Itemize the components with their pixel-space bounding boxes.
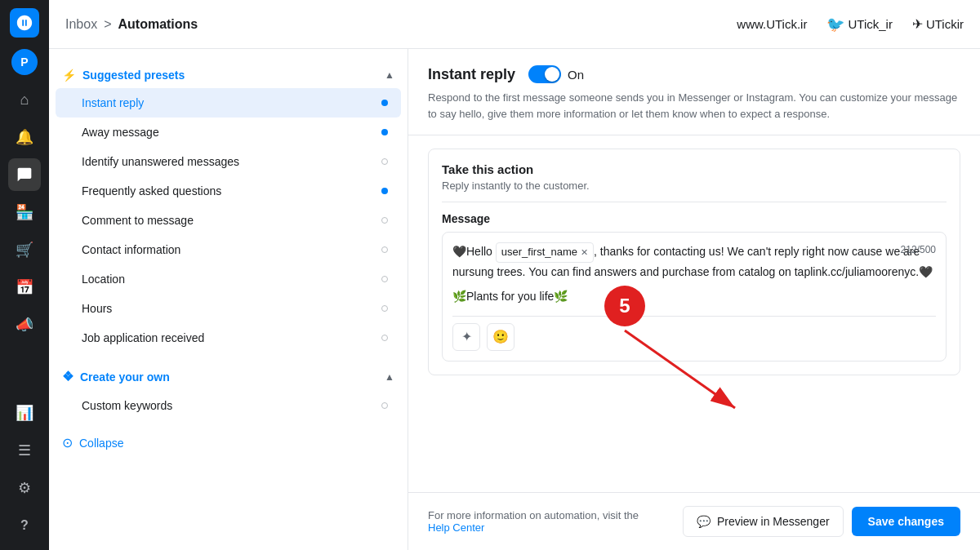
ir-description: Respond to the first message someone sen… xyxy=(428,90,960,122)
section2-title: ❖ Create your own xyxy=(62,369,170,384)
breadcrumb-inbox[interactable]: Inbox xyxy=(65,17,97,32)
create-your-own-section: ❖ Create your own ▲ Custom keywords xyxy=(49,362,408,420)
sparkle-action-button[interactable]: ✦ xyxy=(452,323,480,351)
home-icon[interactable]: ⌂ xyxy=(8,83,41,116)
sidebar-item-label: Job application received xyxy=(82,331,204,344)
sidebar-item-location[interactable]: Location xyxy=(56,264,401,294)
empty-dot xyxy=(381,246,388,253)
active-dot xyxy=(381,129,388,135)
active-dot xyxy=(381,188,388,194)
telegram-icon: ✈ xyxy=(912,16,923,32)
user-tag: user_first_name ✕ xyxy=(496,242,594,263)
panel-footer: For more information on automation, visi… xyxy=(408,492,980,550)
empty-dot xyxy=(381,217,388,224)
lightning-icon: ⚡ xyxy=(62,69,76,82)
chat-icon[interactable] xyxy=(8,158,41,191)
action-title: Take this action xyxy=(442,162,947,176)
twitter-link: 🐦 UTick_ir xyxy=(826,16,892,33)
help-center-link[interactable]: Help Center xyxy=(428,521,484,534)
main-wrapper: Inbox > Automations www.UTick.ir 🐦 UTick… xyxy=(49,0,980,550)
panel-inner: Instant reply On Respond to the first me… xyxy=(408,49,980,550)
sidebar-item-label: Identify unanswered messages xyxy=(82,155,239,168)
save-changes-button[interactable]: Save changes xyxy=(852,507,960,536)
action-block: Take this action Reply instantly to the … xyxy=(428,149,960,375)
breadcrumb: Inbox > Automations xyxy=(65,17,198,32)
main-panel: Instant reply On Respond to the first me… xyxy=(408,49,980,550)
preview-button[interactable]: 💬 Preview in Messenger xyxy=(683,506,844,537)
top-bar: Inbox > Automations www.UTick.ir 🐦 UTick… xyxy=(49,0,980,49)
sidebar-item-label: Away message xyxy=(82,126,159,139)
sidebar-item-contact-info[interactable]: Contact information xyxy=(56,235,401,264)
ir-title: Instant reply xyxy=(428,66,515,83)
sidebar-item-label: Instant reply xyxy=(82,96,144,109)
bell-icon[interactable]: 🔔 xyxy=(8,121,41,153)
footer-text: For more information on automation, visi… xyxy=(428,509,639,534)
message-box[interactable]: 212/500 🖤Hello user_first_name ✕ , thank… xyxy=(442,232,947,361)
question-icon[interactable]: ? xyxy=(8,509,41,542)
message-label: Message xyxy=(442,212,947,225)
sidebar-item-label: Custom keywords xyxy=(82,399,172,412)
website-link: www.UTick.ir xyxy=(737,17,807,31)
empty-dot xyxy=(381,335,388,341)
suggested-presets-section[interactable]: ⚡ Suggested presets ▲ xyxy=(49,62,408,88)
user-tag-close-icon[interactable]: ✕ xyxy=(581,246,588,260)
menu-icon[interactable]: ☰ xyxy=(8,434,41,467)
message-text: 🖤Hello user_first_name ✕ , thanks for co… xyxy=(452,242,936,281)
avatar[interactable]: P xyxy=(11,49,38,75)
message-actions: ✦ 🙂 xyxy=(452,316,936,351)
collapse-label: Collapse xyxy=(79,437,123,450)
create-your-own-header[interactable]: ❖ Create your own ▲ xyxy=(49,362,408,391)
messenger-icon: 💬 xyxy=(697,515,710,528)
icon-bar: P ⌂ 🔔 🏪 🛒 📅 📣 📊 ☰ ⚙ ? xyxy=(0,0,49,550)
char-count: 212/500 xyxy=(901,242,936,258)
section1-title: ⚡ Suggested presets xyxy=(62,69,185,82)
chart-icon[interactable]: 📊 xyxy=(8,397,41,429)
meta-logo xyxy=(10,8,39,38)
top-bar-links: www.UTick.ir 🐦 UTick_ir ✈ UTickir xyxy=(737,16,964,33)
calendar-icon[interactable]: 📅 xyxy=(8,271,41,304)
action-subtitle: Reply instantly to the customer. xyxy=(442,180,947,202)
sidebar-item-faq[interactable]: Frequently asked questions xyxy=(56,176,401,206)
bag-icon[interactable]: 🛒 xyxy=(8,233,41,266)
sidebar-item-label: Location xyxy=(82,273,125,286)
toggle-label: On xyxy=(568,68,584,82)
diamond-icon: ❖ xyxy=(62,369,74,384)
sidebar-item-hours[interactable]: Hours xyxy=(56,294,401,323)
preview-button-label: Preview in Messenger xyxy=(717,515,830,528)
collapse-icon: ⊙ xyxy=(62,435,73,450)
telegram-link: ✈ UTickir xyxy=(912,16,964,32)
sidebar: ⚡ Suggested presets ▲ Instant reply Away… xyxy=(49,49,408,550)
empty-dot xyxy=(381,158,388,165)
on-off-toggle[interactable] xyxy=(528,65,561,83)
gear-icon[interactable]: ⚙ xyxy=(8,472,41,504)
sidebar-item-instant-reply[interactable]: Instant reply xyxy=(56,88,401,118)
shop-icon[interactable]: 🏪 xyxy=(8,196,41,228)
spacer xyxy=(408,388,980,492)
empty-dot xyxy=(381,276,388,282)
collapse-button[interactable]: ⊙ Collapse xyxy=(49,427,408,459)
toggle-knob xyxy=(545,67,559,82)
content-area: ⚡ Suggested presets ▲ Instant reply Away… xyxy=(49,49,980,550)
instant-reply-header: Instant reply On Respond to the first me… xyxy=(408,49,980,135)
message-prefix: 🖤Hello xyxy=(452,245,496,258)
sidebar-item-label: Contact information xyxy=(82,243,180,256)
sidebar-item-custom-keywords[interactable]: Custom keywords xyxy=(56,391,401,420)
active-dot xyxy=(381,100,388,106)
sidebar-item-away-message[interactable]: Away message xyxy=(56,118,401,147)
breadcrumb-sep: > xyxy=(104,17,111,32)
message-emoji-line: 🌿Plants for you life🌿 xyxy=(452,287,936,305)
empty-dot xyxy=(381,305,388,312)
footer-buttons: 💬 Preview in Messenger Save changes xyxy=(683,506,960,537)
megaphone-icon[interactable]: 📣 xyxy=(8,308,41,341)
sidebar-item-label: Frequently asked questions xyxy=(82,184,221,197)
emoji-action-button[interactable]: 🙂 xyxy=(487,323,514,351)
sidebar-item-comment-to-message[interactable]: Comment to message xyxy=(56,206,401,235)
toggle-wrapper: On xyxy=(528,65,584,83)
sidebar-item-label: Hours xyxy=(82,302,112,315)
sidebar-item-job-application[interactable]: Job application received xyxy=(56,323,401,353)
empty-dot xyxy=(381,402,388,409)
user-tag-text: user_first_name xyxy=(501,244,577,261)
sidebar-item-identify-unanswered[interactable]: Identify unanswered messages xyxy=(56,147,401,176)
ir-title-row: Instant reply On xyxy=(428,65,960,83)
sidebar-item-label: Comment to message xyxy=(82,214,194,227)
